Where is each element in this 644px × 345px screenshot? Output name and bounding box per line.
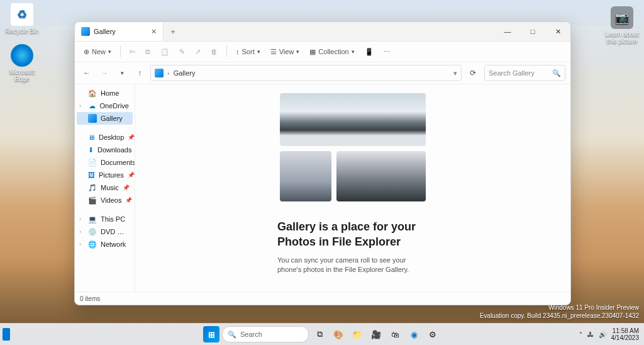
back-button[interactable]: ← (80, 66, 94, 80)
learn-about-picture-icon[interactable]: 📷 Learn about this picture (603, 6, 641, 45)
pictures-icon: 🖼 (88, 171, 95, 179)
sidebar-item-pictures[interactable]: 🖼Pictures📌 (77, 169, 133, 181)
scissors-icon: ✄ (130, 48, 135, 56)
tab-gallery[interactable]: Gallery ✕ (75, 22, 164, 41)
sidebar-item-onedrive[interactable]: ›☁OneDrive (77, 99, 133, 112)
pin-icon: 📌 (128, 172, 135, 178)
sidebar-item-thispc[interactable]: ›💻This PC (77, 213, 133, 225)
chevron-down-icon: ▾ (108, 48, 111, 55)
sort-icon: ↕ (236, 48, 240, 55)
content-pane: Gallery is a place for your Photos in Fi… (135, 84, 570, 291)
window-controls: — □ ✕ (495, 22, 570, 41)
taskbar-center: ⊞ 🔍Search ⧉ 🎨 📁 🎥 🛍 ◉ ⚙ (203, 326, 441, 342)
download-icon: ⬇ (88, 145, 94, 154)
paste-button[interactable]: 📋 (157, 45, 173, 59)
chevron-down-icon[interactable]: ▾ (453, 69, 457, 77)
music-icon: 🎵 (88, 183, 97, 192)
search-placeholder: Search Gallery (489, 69, 535, 77)
microsoft-edge-icon[interactable]: Microsoft Edge (3, 44, 41, 82)
sort-button[interactable]: ↕Sort▾ (232, 45, 264, 58)
taskbar: ⊞ 🔍Search ⧉ 🎨 📁 🎥 🛍 ◉ ⚙ ˄ 🖧 🔊 11:58 AM 4… (0, 323, 644, 345)
copy-icon: ⧉ (145, 48, 150, 56)
windows-watermark: Windows 11 Pro Insider Preview Evaluatio… (480, 303, 639, 320)
taskbar-explorer[interactable]: 📁 (349, 326, 365, 342)
minimize-button[interactable]: — (495, 22, 520, 41)
collection-button[interactable]: ▦Collection▾ (306, 45, 358, 59)
sidebar-item-gallery[interactable]: Gallery (77, 112, 133, 125)
command-bar: ⊕New▾ ✄ ⧉ 📋 ✎ ↗ 🗑 ↕Sort▾ ☰View▾ ▦Collect… (75, 42, 570, 62)
phone-icon: 📱 (365, 48, 374, 56)
address-bar[interactable]: › Gallery ▾ (150, 65, 462, 81)
clock[interactable]: 11:58 AM 4/14/2023 (611, 327, 640, 341)
cut-button[interactable]: ✄ (126, 45, 139, 59)
sidebar-item-dvd[interactable]: ›💿DVD Drive (D:) ViVe (77, 225, 133, 238)
add-tab-button[interactable]: ＋ (164, 22, 182, 41)
close-button[interactable]: ✕ (545, 22, 570, 41)
pc-icon: 💻 (88, 215, 97, 223)
share-button[interactable]: ↗ (191, 45, 204, 59)
learn-label: Learn about this picture (603, 31, 641, 45)
search-box[interactable]: Search Gallery 🔍 (484, 65, 565, 81)
taskbar-app-3[interactable]: ⚙ (425, 326, 441, 342)
hero-photo-small-1 (280, 151, 331, 201)
maximize-button[interactable]: □ (520, 22, 545, 41)
phone-button[interactable]: 📱 (361, 45, 377, 59)
forward-button[interactable]: → (97, 66, 111, 80)
sidebar-item-network[interactable]: ›🌐Network (77, 238, 133, 251)
sidebar-item-desktop[interactable]: 🖥Desktop📌 (77, 131, 133, 144)
breadcrumb[interactable]: Gallery (174, 69, 196, 77)
recent-dropdown[interactable]: ▾ (115, 66, 129, 80)
tray-volume-icon[interactable]: 🔊 (599, 331, 606, 338)
chevron-right-icon[interactable]: › (79, 103, 81, 109)
sidebar-item-documents[interactable]: 📄Documents📌 (77, 156, 133, 169)
taskbar-app-1[interactable]: 🎨 (330, 326, 347, 342)
chevron-down-icon: ▾ (257, 48, 260, 55)
tab-close-icon[interactable]: ✕ (151, 28, 157, 36)
chevron-down-icon: ▾ (296, 48, 299, 55)
gallery-subtext: You can sync your camera roll to see you… (277, 256, 428, 274)
recycle-icon: ♻ (11, 3, 33, 26)
chevron-right-icon[interactable]: › (79, 241, 81, 247)
recycle-label: Recycle Bin (3, 28, 41, 35)
more-button[interactable]: ⋯ (380, 45, 394, 59)
recycle-bin-icon[interactable]: ♻ Recycle Bin (3, 3, 41, 35)
chevron-down-icon: ▾ (352, 48, 355, 55)
sidebar-item-home[interactable]: 🏠Home (77, 87, 133, 99)
camera-icon: 📷 (611, 6, 633, 29)
tray-network-icon[interactable]: 🖧 (587, 331, 594, 338)
copy-button[interactable]: ⧉ (142, 45, 154, 59)
taskbar-app-2[interactable]: 🎥 (368, 326, 384, 342)
tray-chevron-icon[interactable]: ˄ (579, 331, 582, 338)
date: 4/14/2023 (611, 334, 640, 341)
start-button[interactable]: ⊞ (203, 326, 219, 342)
gallery-tab-icon (81, 27, 90, 36)
file-explorer-window: Gallery ✕ ＋ — □ ✕ ⊕New▾ ✄ ⧉ 📋 ✎ ↗ 🗑 ↕Sor… (74, 21, 571, 305)
pin-icon: 📌 (128, 134, 135, 140)
chevron-right-icon: › (167, 69, 170, 77)
rename-button[interactable]: ✎ (175, 45, 189, 59)
desktop-icon: 🖥 (88, 133, 95, 142)
sidebar-item-downloads[interactable]: ⬇Downloads📌 (77, 144, 133, 156)
view-button[interactable]: ☰View▾ (267, 45, 304, 59)
new-button[interactable]: ⊕New▾ (80, 45, 115, 59)
system-tray[interactable]: ˄ 🖧 🔊 11:58 AM 4/14/2023 (579, 327, 645, 341)
gallery-icon (88, 114, 97, 123)
taskbar-store[interactable]: 🛍 (387, 326, 403, 342)
edge-label: Microsoft Edge (3, 69, 41, 82)
hero-photo-small-2 (336, 151, 426, 201)
nav-row: ← → ▾ ↑ › Gallery ▾ ⟳ Search Gallery 🔍 (75, 62, 570, 84)
delete-button[interactable]: 🗑 (207, 45, 221, 58)
refresh-button[interactable]: ⟳ (465, 65, 480, 81)
taskbar-search[interactable]: 🔍Search (222, 326, 309, 342)
gallery-address-icon (155, 69, 164, 77)
chevron-right-icon[interactable]: › (79, 216, 81, 222)
clipboard-icon: 📋 (160, 48, 169, 56)
taskbar-edge[interactable]: ◉ (406, 326, 422, 342)
disc-icon: 💿 (88, 227, 97, 236)
up-button[interactable]: ↑ (133, 66, 147, 80)
chevron-right-icon[interactable]: › (79, 229, 81, 235)
sidebar-item-videos[interactable]: 🎬Videos📌 (77, 194, 133, 206)
task-view-button[interactable]: ⧉ (311, 326, 328, 342)
sidebar-item-music[interactable]: 🎵Music📌 (77, 181, 133, 194)
widgets-button[interactable] (3, 328, 10, 341)
